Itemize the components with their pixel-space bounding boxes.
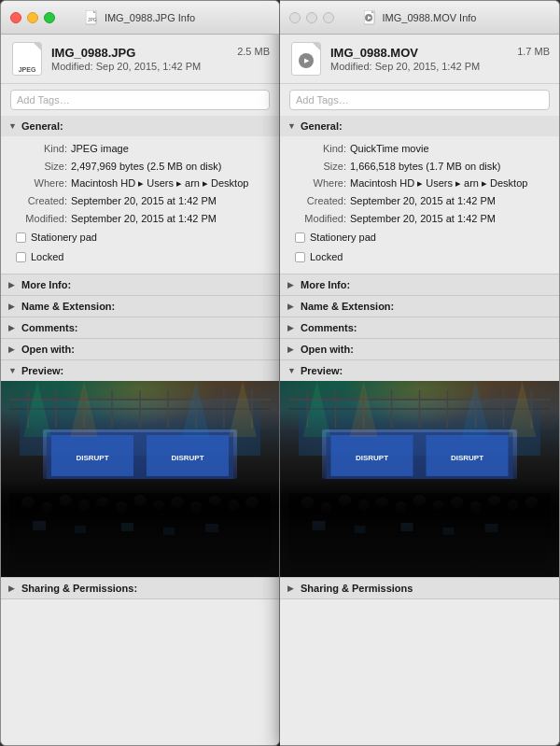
preview-title-left: Preview: — [21, 365, 63, 376]
general-header-left[interactable]: ▼ General: — [1, 116, 279, 136]
preview-title-right: Preview: — [301, 365, 343, 376]
locked-row-left: Locked — [16, 248, 270, 266]
general-header-right[interactable]: ▼ General: — [280, 116, 559, 136]
more-info-triangle-left: ▶ — [8, 280, 18, 289]
open-with-triangle-right: ▶ — [287, 345, 297, 354]
svg-text:JPG: JPG — [88, 17, 97, 22]
name-ext-header-left[interactable]: ▶ Name & Extension: — [1, 296, 279, 317]
left-panel: JPG IMG_0988.JPG Info JPEG IMG_0988.JPG … — [0, 0, 280, 746]
comments-triangle-right: ▶ — [287, 323, 297, 332]
close-button-left[interactable] — [10, 12, 21, 23]
locked-label-left: Locked — [31, 248, 63, 266]
stationery-checkbox-left[interactable] — [16, 232, 26, 243]
name-ext-title-right: Name & Extension: — [301, 301, 394, 312]
window-title-left: JPG IMG_0988.JPG Info — [85, 10, 195, 25]
general-body-right: Kind: QuickTime movie Size: 1,666,518 by… — [280, 136, 559, 274]
traffic-lights-left — [10, 12, 55, 23]
preview-header-left[interactable]: ▼ Preview: — [1, 360, 279, 381]
minimize-button-right[interactable] — [306, 12, 317, 23]
name-ext-section-right: ▶ Name & Extension: — [280, 296, 559, 317]
svg-text:DISRUPT: DISRUPT — [76, 454, 108, 462]
svg-text:DISRUPT: DISRUPT — [451, 454, 483, 462]
open-with-header-right[interactable]: ▶ Open with: — [280, 339, 559, 359]
right-panel: IMG_0988.MOV Info IMG_0988.MOV 1.7 MB Mo… — [280, 0, 560, 746]
name-ext-triangle-right: ▶ — [287, 302, 297, 311]
scroll-content-left[interactable]: ▼ General: Kind: JPEG image Size: 2,497,… — [1, 116, 279, 745]
size-row-right: Size: 1,666,518 bytes (1.7 MB on disk) — [295, 158, 550, 176]
general-triangle-right: ▼ — [287, 121, 297, 131]
comments-title-right: Comments: — [301, 322, 357, 333]
file-header-right: IMG_0988.MOV 1.7 MB Modified: Sep 20, 20… — [280, 35, 559, 84]
more-info-section-left: ▶ More Info: — [1, 274, 279, 296]
title-bar-left: JPG IMG_0988.JPG Info — [1, 1, 279, 35]
comments-section-right: ▶ Comments: — [280, 317, 559, 339]
stationery-row-right: Stationery pad — [295, 229, 550, 246]
open-with-section-right: ▶ Open with: — [280, 339, 559, 360]
more-info-title-right: More Info: — [301, 279, 350, 290]
where-row-left: Where: Macintosh HD ▸ Users ▸ arn ▸ Desk… — [16, 175, 270, 192]
svg-text:DISRUPT: DISRUPT — [171, 454, 203, 462]
preview-section-right: ▼ Preview: — [280, 360, 559, 578]
modified-row-right: Modified: September 20, 2015 at 1:42 PM — [295, 210, 550, 228]
name-ext-triangle-left: ▶ — [8, 302, 18, 311]
comments-triangle-left: ▶ — [8, 323, 18, 332]
created-row-right: Created: September 20, 2015 at 1:42 PM — [295, 192, 550, 210]
more-info-title-left: More Info: — [21, 279, 71, 290]
maximize-button-left[interactable] — [44, 12, 55, 23]
file-name-left: IMG_0988.JPG 2.5 MB — [51, 46, 270, 60]
open-with-title-right: Open with: — [301, 344, 354, 355]
stationery-label-left: Stationery pad — [31, 229, 97, 246]
sharing-header-right[interactable]: ▶ Sharing & Permissions — [280, 578, 559, 598]
preview-header-right[interactable]: ▼ Preview: — [280, 360, 559, 381]
open-with-triangle-left: ▶ — [8, 345, 18, 354]
minimize-button-left[interactable] — [27, 12, 38, 23]
general-title-left: General: — [21, 120, 63, 132]
maximize-button-right[interactable] — [323, 12, 334, 23]
stationery-row-left: Stationery pad — [16, 229, 270, 246]
stationery-checkbox-right[interactable] — [295, 232, 305, 243]
scroll-content-right[interactable]: ▼ General: Kind: QuickTime movie Size: 1… — [280, 116, 559, 745]
open-with-section-left: ▶ Open with: — [1, 339, 279, 360]
file-info-right: IMG_0988.MOV 1.7 MB Modified: Sep 20, 20… — [330, 46, 550, 72]
name-ext-title-left: Name & Extension: — [21, 301, 115, 312]
file-icon-right — [289, 42, 323, 76]
locked-checkbox-right[interactable] — [295, 252, 305, 262]
more-info-header-left[interactable]: ▶ More Info: — [1, 274, 279, 295]
preview-image-left: DISRUPT DISRUPT — [1, 381, 279, 577]
sharing-title-right: Sharing & Permissions — [301, 583, 413, 594]
tags-input-right[interactable]: Add Tags… — [289, 90, 550, 110]
title-file-icon-left: JPG — [85, 10, 100, 25]
where-row-right: Where: Macintosh HD ▸ Users ▸ arn ▸ Desk… — [295, 175, 550, 192]
more-info-section-right: ▶ More Info: — [280, 274, 559, 296]
comments-header-right[interactable]: ▶ Comments: — [280, 317, 559, 338]
open-with-header-left[interactable]: ▶ Open with: — [1, 339, 279, 359]
tags-input-left[interactable]: Add Tags… — [10, 90, 270, 110]
comments-section-left: ▶ Comments: — [1, 317, 279, 339]
kind-row-left: Kind: JPEG image — [16, 140, 270, 158]
general-section-left: ▼ General: Kind: JPEG image Size: 2,497,… — [1, 116, 279, 274]
window-title-right: IMG_0988.MOV Info — [363, 10, 477, 25]
locked-label-right: Locked — [310, 248, 343, 266]
name-ext-header-right[interactable]: ▶ Name & Extension: — [280, 296, 559, 317]
size-row-left: Size: 2,497,969 bytes (2.5 MB on disk) — [16, 158, 270, 176]
sharing-section-left: ▶ Sharing & Permissions: — [1, 578, 279, 599]
file-header-left: JPEG IMG_0988.JPG 2.5 MB Modified: Sep 2… — [1, 35, 279, 84]
kind-row-right: Kind: QuickTime movie — [295, 140, 550, 158]
locked-checkbox-left[interactable] — [16, 252, 26, 262]
sharing-triangle-right: ▶ — [287, 584, 297, 593]
locked-row-right: Locked — [295, 248, 550, 266]
open-with-title-left: Open with: — [21, 344, 75, 355]
preview-image-right: DISRUPT DISRUPT — [280, 381, 559, 577]
title-bar-right: IMG_0988.MOV Info — [280, 1, 559, 35]
created-row-left: Created: September 20, 2015 at 1:42 PM — [16, 192, 270, 210]
more-info-header-right[interactable]: ▶ More Info: — [280, 274, 559, 295]
comments-title-left: Comments: — [21, 322, 78, 333]
general-section-right: ▼ General: Kind: QuickTime movie Size: 1… — [280, 116, 559, 274]
close-button-right[interactable] — [289, 12, 301, 23]
general-triangle-left: ▼ — [8, 121, 18, 131]
file-name-right: IMG_0988.MOV 1.7 MB — [330, 46, 550, 60]
sharing-header-left[interactable]: ▶ Sharing & Permissions: — [1, 578, 279, 598]
sharing-section-right: ▶ Sharing & Permissions — [280, 578, 559, 599]
comments-header-left[interactable]: ▶ Comments: — [1, 317, 279, 338]
file-info-left: IMG_0988.JPG 2.5 MB Modified: Sep 20, 20… — [51, 46, 270, 72]
